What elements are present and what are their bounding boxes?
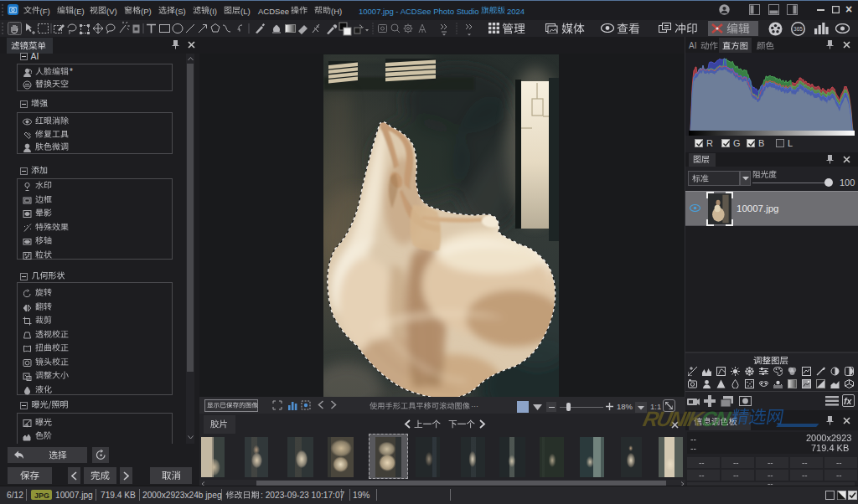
svg-text:365: 365 (793, 26, 803, 32)
